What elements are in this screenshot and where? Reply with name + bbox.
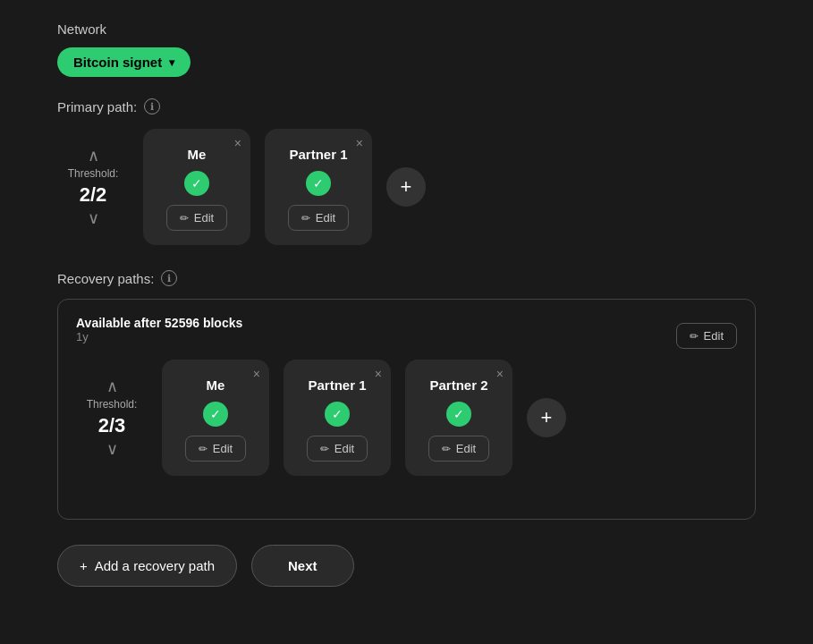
next-button[interactable]: Next — [251, 545, 354, 587]
pencil-icon-rp2 — [442, 442, 451, 455]
edit-recovery-partner1-button[interactable]: Edit — [307, 436, 368, 462]
network-dropdown[interactable]: Bitcoin signet ▾ — [57, 47, 191, 77]
chevron-down-icon: ▾ — [169, 56, 174, 69]
bottom-bar: + Add a recovery path Next — [57, 545, 756, 587]
pencil-icon — [180, 211, 189, 225]
primary-path-header: Primary path: ℹ — [57, 98, 756, 114]
plus-icon-recovery: + — [541, 406, 553, 429]
network-section: Network Bitcoin signet ▾ — [57, 21, 756, 98]
add-primary-signer-button[interactable]: + — [386, 167, 426, 207]
recovery-paths-info-icon[interactable]: ℹ — [161, 270, 177, 286]
next-label: Next — [288, 558, 318, 573]
signer-partner1-check: ✓ — [306, 171, 331, 196]
pencil-icon-rp1 — [320, 442, 329, 455]
primary-path-label: Primary path: — [57, 99, 137, 114]
edit-partner1-button[interactable]: Edit — [288, 205, 349, 231]
signer-me-name: Me — [188, 147, 207, 162]
primary-path-info-icon[interactable]: ℹ — [144, 98, 160, 114]
recovery-path-row: ∧ Threshold: 2/3 ∨ × Me ✓ Edit × — [76, 360, 737, 476]
recovery-signer-partner2-name: Partner 2 — [429, 377, 487, 393]
add-recovery-path-button[interactable]: + Add a recovery path — [57, 545, 237, 587]
close-me-button[interactable]: × — [234, 136, 241, 150]
threshold-value: 2/2 — [80, 183, 107, 207]
primary-path-section: Primary path: ℹ ∧ Threshold: 2/2 ∨ × Me … — [57, 98, 756, 245]
primary-path-row: ∧ Threshold: 2/2 ∨ × Me ✓ Edit × Partner… — [57, 129, 756, 245]
threshold-down-arrow[interactable]: ∨ — [88, 210, 99, 226]
close-partner1-button[interactable]: × — [356, 136, 363, 150]
recovery-time-label: 1y — [76, 330, 242, 343]
edit-recovery-me-button[interactable]: Edit — [185, 436, 246, 462]
recovery-blocks-label: Available after 52596 blocks — [76, 316, 242, 330]
network-dropdown-label: Bitcoin signet — [73, 55, 162, 70]
close-recovery-me-button[interactable]: × — [253, 367, 260, 381]
recovery-signer-partner1-check: ✓ — [325, 402, 350, 427]
recovery-signer-partner2-check: ✓ — [446, 402, 471, 427]
primary-signer-partner1: × Partner 1 ✓ Edit — [265, 129, 372, 245]
add-recovery-path-label: Add a recovery path — [95, 558, 215, 573]
recovery-paths-label: Recovery paths: — [57, 271, 154, 286]
edit-me-button[interactable]: Edit — [166, 205, 227, 231]
threshold-up-arrow[interactable]: ∧ — [88, 148, 99, 164]
add-recovery-signer-button[interactable]: + — [527, 398, 566, 437]
recovery-signer-partner2: × Partner 2 ✓ Edit — [405, 360, 512, 476]
recovery-signer-me-check: ✓ — [203, 402, 228, 427]
recovery-threshold-box: ∧ Threshold: 2/3 ∨ — [76, 378, 148, 457]
recovery-signer-partner1-name: Partner 1 — [308, 377, 366, 393]
primary-signer-me: × Me ✓ Edit — [143, 129, 250, 245]
pencil-icon-p1 — [301, 211, 310, 225]
plus-icon-add: + — [80, 558, 88, 573]
recovery-paths-header: Recovery paths: ℹ — [57, 270, 756, 286]
close-recovery-partner2-button[interactable]: × — [496, 367, 504, 381]
recovery-paths-section: Recovery paths: ℹ Available after 52596 … — [57, 270, 756, 520]
pencil-icon-recovery — [690, 329, 699, 343]
primary-threshold-box: ∧ Threshold: 2/2 ∨ — [57, 148, 129, 226]
pencil-icon-rme — [199, 442, 207, 455]
recovery-signer-me: × Me ✓ Edit — [162, 360, 269, 476]
edit-recovery-path-button[interactable]: Edit — [676, 323, 737, 349]
recovery-path-card-1: Available after 52596 blocks 1y Edit ∧ T… — [57, 299, 756, 520]
recovery-threshold-label: Threshold: — [87, 398, 138, 411]
recovery-card-header: Available after 52596 blocks 1y Edit — [76, 316, 737, 356]
recovery-threshold-up-arrow[interactable]: ∧ — [106, 378, 118, 394]
signer-me-check: ✓ — [184, 171, 209, 196]
recovery-threshold-down-arrow[interactable]: ∨ — [106, 441, 118, 457]
threshold-label: Threshold: — [68, 167, 119, 180]
recovery-signer-me-name: Me — [207, 377, 225, 393]
close-recovery-partner1-button[interactable]: × — [375, 367, 382, 381]
plus-icon: + — [401, 175, 412, 199]
edit-recovery-partner2-button[interactable]: Edit — [428, 436, 489, 462]
recovery-blocks-info: Available after 52596 blocks 1y — [76, 316, 242, 356]
signer-partner1-name: Partner 1 — [289, 147, 347, 162]
recovery-threshold-value: 2/3 — [98, 414, 126, 437]
recovery-signer-partner1: × Partner 1 ✓ Edit — [284, 360, 391, 476]
network-label: Network — [57, 21, 756, 37]
